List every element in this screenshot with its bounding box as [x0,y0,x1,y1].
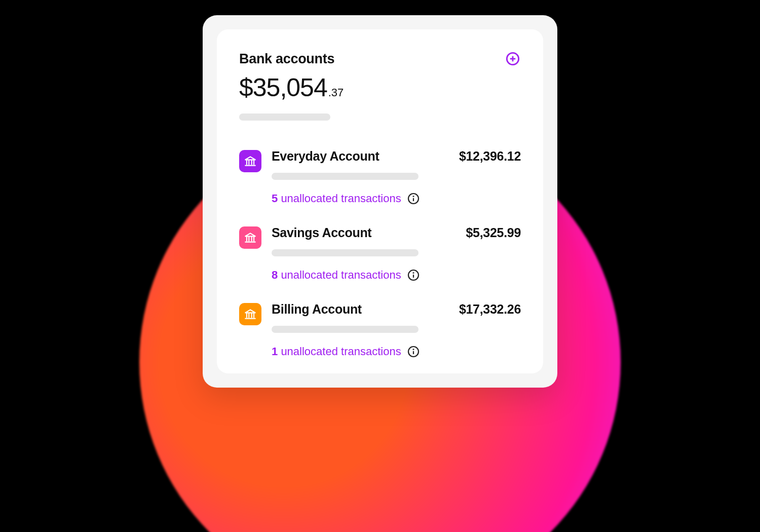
placeholder-bar [272,249,419,256]
section-title: Bank accounts [239,51,334,67]
account-row[interactable]: Savings Account $5,325.99 8 unallocated … [239,225,521,282]
total-balance: $35,054 .37 [239,73,521,102]
svg-point-10 [413,196,413,197]
account-body: Everyday Account $12,396.12 5 unallocate… [272,149,521,205]
account-icon-badge [239,226,261,249]
account-row[interactable]: Billing Account $17,332.26 1 unallocated… [239,302,521,358]
unallocated-count: 1 [272,345,278,358]
account-name: Savings Account [272,225,371,240]
bank-icon [244,155,257,168]
total-amount-whole: $35,054 [239,73,327,102]
account-balance: $17,332.26 [459,302,521,317]
widget-outer-card: Bank accounts $35,054 .37 [203,15,557,388]
account-balance: $12,396.12 [459,149,521,164]
account-name: Everyday Account [272,149,379,164]
plus-circle-icon [506,52,520,66]
unallocated-label: unallocated transactions [281,192,401,205]
unallocated-label: unallocated transactions [281,345,401,358]
info-icon [407,269,420,281]
account-top-row: Savings Account $5,325.99 [272,225,521,240]
unallocated-row: 1 unallocated transactions [272,345,521,358]
account-balance: $5,325.99 [466,225,521,240]
unallocated-link[interactable]: 8 unallocated transactions [272,269,401,282]
header-row: Bank accounts [239,51,521,67]
svg-point-18 [413,273,413,273]
unallocated-link[interactable]: 1 unallocated transactions [272,345,401,358]
info-icon [407,346,420,358]
info-button[interactable] [407,193,420,205]
svg-point-26 [413,349,413,350]
account-body: Savings Account $5,325.99 8 unallocated … [272,225,521,282]
total-amount-decimal: .37 [328,86,344,99]
unallocated-row: 5 unallocated transactions [272,192,521,205]
info-button[interactable] [407,346,420,358]
placeholder-bar [272,173,419,180]
unallocated-link[interactable]: 5 unallocated transactions [272,192,401,205]
account-row[interactable]: Everyday Account $12,396.12 5 unallocate… [239,149,521,205]
bank-icon [244,231,257,244]
account-icon-badge [239,303,261,325]
account-top-row: Everyday Account $12,396.12 [272,149,521,164]
account-name: Billing Account [272,302,362,317]
unallocated-row: 8 unallocated transactions [272,269,521,282]
unallocated-count: 5 [272,192,278,205]
account-body: Billing Account $17,332.26 1 unallocated… [272,302,521,358]
account-top-row: Billing Account $17,332.26 [272,302,521,317]
info-icon [407,193,420,205]
placeholder-bar [239,113,330,121]
placeholder-bar [272,326,419,333]
unallocated-count: 8 [272,269,278,281]
add-account-button[interactable] [505,51,521,67]
unallocated-label: unallocated transactions [281,269,401,281]
widget-inner-card: Bank accounts $35,054 .37 [217,29,543,373]
info-button[interactable] [407,269,420,281]
account-icon-badge [239,150,261,172]
bank-icon [244,308,257,321]
